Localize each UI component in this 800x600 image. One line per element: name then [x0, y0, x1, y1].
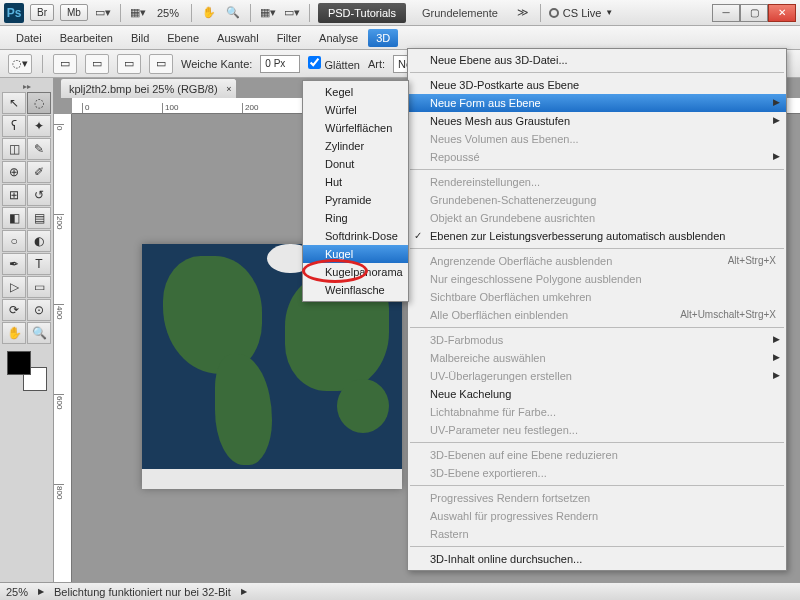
submenu-item[interactable]: Kegel: [303, 83, 408, 101]
toolbox-collapse-icon[interactable]: ▸▸: [2, 82, 51, 91]
pen-tool[interactable]: ✒: [2, 253, 26, 275]
foreground-swatch[interactable]: [7, 351, 31, 375]
marquee-tool[interactable]: ◌: [27, 92, 51, 114]
menu-bild[interactable]: Bild: [123, 29, 157, 47]
menu-item[interactable]: Neues Mesh aus Graustufen▶: [408, 112, 786, 130]
submenu-item[interactable]: Donut: [303, 155, 408, 173]
marquee-rect-icon[interactable]: ▭: [53, 54, 77, 74]
maximize-button[interactable]: ▢: [740, 4, 768, 22]
menu-item: Angrenzende Oberfläche ausblendenAlt+Str…: [408, 252, 786, 270]
menu-item[interactable]: Neue Ebene aus 3D-Datei...: [408, 51, 786, 69]
3d-rotate-tool[interactable]: ⟳: [2, 299, 26, 321]
screen-mode-icon[interactable]: ▭▾: [94, 4, 112, 22]
color-swatches[interactable]: [7, 351, 47, 391]
document-tab[interactable]: kplj2th2.bmp bei 25% (RGB/8) ×: [60, 78, 237, 98]
close-button[interactable]: ✕: [768, 4, 796, 22]
menu-item[interactable]: 3D-Inhalt online durchsuchen...: [408, 550, 786, 568]
zoom-display[interactable]: 25%: [153, 7, 183, 19]
cs-live-icon: [549, 8, 559, 18]
gradient-tool[interactable]: ▤: [27, 207, 51, 229]
submenu-item[interactable]: Kugel: [303, 245, 408, 263]
menu-item: 3D-Farbmodus▶: [408, 331, 786, 349]
menu-item: 3D-Ebenen auf eine Ebene reduzieren: [408, 446, 786, 464]
move-tool[interactable]: ↖: [2, 92, 26, 114]
bridge-button[interactable]: Br: [30, 4, 54, 21]
wand-tool[interactable]: ✦: [27, 115, 51, 137]
more-icon[interactable]: ≫: [514, 4, 532, 22]
menu-analyse[interactable]: Analyse: [311, 29, 366, 47]
zoom-tool[interactable]: 🔍: [27, 322, 51, 344]
submenu-item[interactable]: Zylinder: [303, 137, 408, 155]
antialias-checkbox[interactable]: Glätten: [308, 56, 360, 71]
app-topbar: Ps Br Mb ▭▾ ▦▾ 25% ✋ 🔍 ▦▾ ▭▾ PSD-Tutoria…: [0, 0, 800, 26]
hand-tool-icon[interactable]: ✋: [200, 4, 218, 22]
hand-tool[interactable]: ✋: [2, 322, 26, 344]
separator: [250, 4, 251, 22]
submenu-item[interactable]: Würfelflächen: [303, 119, 408, 137]
crop-tool[interactable]: ◫: [2, 138, 26, 160]
arrange-docs-icon[interactable]: ▦▾: [259, 4, 277, 22]
status-arrow-icon[interactable]: ▶: [241, 587, 247, 596]
history-brush-tool[interactable]: ↺: [27, 184, 51, 206]
separator: [120, 4, 121, 22]
submenu-arrow-icon: ▶: [773, 334, 780, 344]
blur-tool[interactable]: ○: [2, 230, 26, 252]
path-select-tool[interactable]: ▷: [2, 276, 26, 298]
menu-item[interactable]: Neue Kachelung: [408, 385, 786, 403]
menu-filter[interactable]: Filter: [269, 29, 309, 47]
menu-separator: [410, 546, 784, 547]
lasso-tool[interactable]: ʕ: [2, 115, 26, 137]
menu-datei[interactable]: Datei: [8, 29, 50, 47]
submenu-item[interactable]: Ring: [303, 209, 408, 227]
menu-ebene[interactable]: Ebene: [159, 29, 207, 47]
submenu-item[interactable]: Pyramide: [303, 191, 408, 209]
dodge-tool[interactable]: ◐: [27, 230, 51, 252]
menu-auswahl[interactable]: Auswahl: [209, 29, 267, 47]
tool-preset-icon[interactable]: ◌▾: [8, 54, 32, 74]
heal-tool[interactable]: ⊕: [2, 161, 26, 183]
stamp-tool[interactable]: ⊞: [2, 184, 26, 206]
marquee-int-icon[interactable]: ▭: [149, 54, 173, 74]
menu-3d[interactable]: 3D: [368, 29, 398, 47]
menu-bearbeiten[interactable]: Bearbeiten: [52, 29, 121, 47]
chevron-down-icon: ▼: [605, 8, 613, 17]
status-arrow-icon[interactable]: ▶: [38, 587, 44, 596]
marquee-sub-icon[interactable]: ▭: [117, 54, 141, 74]
menu-item[interactable]: Neue 3D-Postkarte aus Ebene: [408, 76, 786, 94]
close-tab-icon[interactable]: ×: [226, 84, 231, 94]
submenu-item[interactable]: Würfel: [303, 101, 408, 119]
submenu-item[interactable]: Hut: [303, 173, 408, 191]
submenu-item[interactable]: Kugelpanorama: [303, 263, 408, 281]
minimize-button[interactable]: ─: [712, 4, 740, 22]
status-zoom[interactable]: 25%: [6, 586, 28, 598]
eyedropper-tool[interactable]: ✎: [27, 138, 51, 160]
submenu-arrow-icon: ▶: [773, 115, 780, 125]
shape-tool[interactable]: ▭: [27, 276, 51, 298]
cs-live-button[interactable]: CS Live ▼: [549, 7, 613, 19]
grundelemente-button[interactable]: Grundelemente: [412, 3, 508, 23]
zoom-tool-icon[interactable]: 🔍: [224, 4, 242, 22]
separator: [191, 4, 192, 22]
marquee-add-icon[interactable]: ▭: [85, 54, 109, 74]
submenu-item[interactable]: Softdrink-Dose: [303, 227, 408, 245]
feather-input[interactable]: [260, 55, 300, 73]
menu-item: 3D-Ebene exportieren...: [408, 464, 786, 482]
minibridge-button[interactable]: Mb: [60, 4, 88, 21]
status-message: Belichtung funktioniert nur bei 32-Bit: [54, 586, 231, 598]
3d-menu-dropdown[interactable]: Neue Ebene aus 3D-Datei...Neue 3D-Postka…: [407, 48, 787, 571]
screen-mode-icon[interactable]: ▭▾: [283, 4, 301, 22]
view-extras-icon[interactable]: ▦▾: [129, 4, 147, 22]
menu-item: Repoussé▶: [408, 148, 786, 166]
shape-submenu-dropdown[interactable]: KegelWürfelWürfelflächenZylinderDonutHut…: [302, 80, 409, 302]
menu-item[interactable]: Neue Form aus Ebene▶: [408, 94, 786, 112]
type-tool[interactable]: T: [27, 253, 51, 275]
eraser-tool[interactable]: ◧: [2, 207, 26, 229]
menu-item: Rastern: [408, 525, 786, 543]
submenu-item[interactable]: Weinflasche: [303, 281, 408, 299]
psd-tutorials-button[interactable]: PSD-Tutorials: [318, 3, 406, 23]
3d-camera-tool[interactable]: ⊙: [27, 299, 51, 321]
brush-tool[interactable]: ✐: [27, 161, 51, 183]
menu-item[interactable]: Ebenen zur Leistungsverbesserung automat…: [408, 227, 786, 245]
separator: [42, 55, 43, 73]
menu-item: Auswahl für progressives Rendern: [408, 507, 786, 525]
